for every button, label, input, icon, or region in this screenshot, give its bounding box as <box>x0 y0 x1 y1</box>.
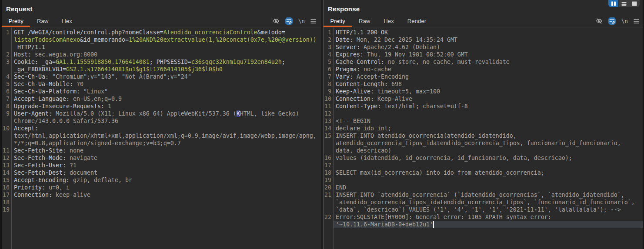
editor-menu-icon[interactable] <box>634 19 639 24</box>
code-text: Cookie: _ga=GA1.1.1555918850.1766414081;… <box>12 58 321 66</box>
line-number <box>2 36 12 43</box>
code-text: Pragma: no-cache <box>334 66 644 73</box>
response-editor-row: 3Server: Apache/2.4.62 (Debian) <box>324 43 644 51</box>
line-number: 9 <box>2 110 12 117</box>
request-editor-row: 8Upgrade-Insecure-Requests: 1 <box>2 103 321 110</box>
code-text: `atendido_ocorrencia_tipos_idatendido_oc… <box>334 199 644 206</box>
response-tab-raw[interactable]: Raw <box>352 15 377 27</box>
code-text: '~10.11.6-MariaDB-0+deb12u1' <box>334 221 644 228</box>
code-text: Expires: Thu, 19 Nov 1981 08:52:00 GMT <box>334 51 644 58</box>
response-editor[interactable]: 1HTTP/1.1 200 OK2Date: Mon, 22 Dec 2025 … <box>324 27 644 249</box>
line-number: 15 <box>2 176 12 184</box>
code-text: Upgrade-Insecure-Requests: 1 <box>12 103 321 110</box>
request-tab-hex[interactable]: Hex <box>55 15 79 27</box>
request-editor-row: 12Sec-Fetch-Mode: navigate <box>2 154 321 162</box>
line-number: 7 <box>2 95 12 103</box>
wrap-lines-icon[interactable] <box>608 17 616 25</box>
response-panel-title: Response <box>328 5 360 13</box>
request-tabbar: PrettyRawHex \n <box>2 15 321 27</box>
code-text: INSERT INTO `atendido_ocorrencia` (`idat… <box>334 191 644 199</box>
line-number <box>2 139 12 147</box>
response-editor-row: 19 <box>324 176 644 184</box>
response-tab-render[interactable]: Render <box>400 15 433 27</box>
response-editor-row: 2Date: Mon, 22 Dec 2025 14:35:24 GMT <box>324 36 644 43</box>
line-number <box>324 199 334 206</box>
response-editor-row: '~10.11.6-MariaDB-0+deb12u1' <box>324 221 644 228</box>
response-editor-row: `atendido_ocorrencia_tipos_idatendido_oc… <box>324 199 644 206</box>
line-number <box>2 43 12 51</box>
response-editor-row: 8Content-Length: 698 <box>324 80 644 88</box>
response-tab-hex[interactable]: Hex <box>377 15 400 27</box>
line-number: 13 <box>324 117 334 125</box>
code-text <box>334 176 644 184</box>
request-editor-row: listarTodosComAnexo&id_memorando=1%20AND… <box>2 36 321 43</box>
response-editor-row: 13<!-- BEGIN <box>324 117 644 125</box>
response-editor-row: 5Cache-Control: no-store, no-cache, must… <box>324 58 644 66</box>
request-editor-row: 5Sec-Ch-Ua-Mobile: ?0 <box>2 80 321 88</box>
line-number: 19 <box>324 176 334 184</box>
code-text: Content-Type: text/html; charset=utf-8 <box>334 103 644 110</box>
line-number: 10 <box>324 95 334 103</box>
line-number: 18 <box>324 169 334 176</box>
response-editor-row: 12 <box>324 110 644 117</box>
newline-icon[interactable]: \n <box>621 18 628 24</box>
line-number: 15 <box>324 132 334 139</box>
code-text <box>12 199 321 206</box>
request-editor-row: 18 <box>2 199 321 206</box>
request-tab-pretty[interactable]: Pretty <box>2 15 30 27</box>
request-editor-row: 13Sec-Fetch-User: ?1 <box>2 162 321 169</box>
newline-icon[interactable]: \n <box>298 18 305 24</box>
request-editor-row: text/html,application/xhtml+xml,applicat… <box>2 132 321 139</box>
line-number: 11 <box>324 103 334 110</box>
layout-top-bottom-button[interactable] <box>618 0 629 7</box>
code-text: listarTodosComAnexo&id_memorando=1%20AND… <box>12 36 321 43</box>
wrap-lines-icon[interactable] <box>285 17 293 25</box>
layout-combined-button[interactable] <box>629 0 639 7</box>
line-number: 12 <box>324 110 334 117</box>
layout-side-by-side-button[interactable] <box>608 0 618 7</box>
line-number: 12 <box>2 154 12 162</box>
columns-icon <box>611 1 616 6</box>
line-number: 9 <box>324 88 334 95</box>
request-tab-raw[interactable]: Raw <box>30 15 55 27</box>
code-text <box>12 206 321 213</box>
line-number <box>324 206 334 213</box>
line-number: 4 <box>2 73 12 80</box>
response-tab-pretty[interactable]: Pretty <box>324 15 352 27</box>
editor-menu-icon[interactable] <box>310 19 316 24</box>
code-text <box>334 162 644 169</box>
text-selection: K <box>237 110 240 117</box>
code-text: Host: sec.wegia.org:8000 <box>12 51 321 58</box>
code-text: Server: Apache/2.4.62 (Debian) <box>334 43 644 51</box>
show-nonprintable-eye-icon[interactable] <box>596 18 603 24</box>
line-number: 4 <box>324 51 334 58</box>
code-text: Accept-Language: en-US,en;q=0.9 <box>12 95 321 103</box>
line-number: 8 <box>324 80 334 88</box>
response-editor-row: 10Connection: Keep-Alive <box>324 95 644 103</box>
response-panel: Response PrettyRawHexRender \n 1HTTP/1.1… <box>324 0 644 249</box>
response-editor-row: 1HTTP/1.1 200 OK <box>324 29 644 36</box>
single-icon <box>632 1 637 6</box>
line-number: 17 <box>2 191 12 199</box>
line-number: 17 <box>324 162 334 169</box>
response-editor-row: 22Error:SQLSTATE[HY000]: General error: … <box>324 213 644 221</box>
request-editor-row: 11Sec-Fetch-Site: none <box>2 147 321 154</box>
line-number: 14 <box>324 125 334 132</box>
line-number: 2 <box>324 36 334 43</box>
request-editor-row: 10Accept: <box>2 125 321 132</box>
request-editor[interactable]: 1GET /WeGIA/controle/control.php?nomeCla… <box>2 27 321 249</box>
code-text: _ga_F8DXBXLV8J=GS2.1.s1766414081$o1$g1$t… <box>12 66 321 73</box>
line-number: 22 <box>324 213 334 221</box>
show-nonprintable-eye-icon[interactable] <box>273 18 280 24</box>
line-number: 19 <box>2 206 12 213</box>
code-text: values (idatendido, id_ocorrencia, id_fu… <box>334 154 644 162</box>
response-editor-row: 6Pragma: no-cache <box>324 66 644 73</box>
request-editor-row: 7Accept-Language: en-US,en;q=0.9 <box>2 95 321 103</box>
request-editor-row: 17Connection: keep-alive <box>2 191 321 199</box>
code-text: Sec-Fetch-Dest: document <box>12 169 321 176</box>
request-editor-row: 3Cookie: _ga=GA1.1.1555918850.1766414081… <box>2 58 321 66</box>
response-editor-row: 11Content-Type: text/html; charset=utf-8 <box>324 103 644 110</box>
request-editor-row: 6Sec-Ch-Ua-Platform: "Linux" <box>2 88 321 95</box>
code-text: Sec-Ch-Ua-Platform: "Linux" <box>12 88 321 95</box>
request-editor-row: 4Sec-Ch-Ua: "Chromium";v="143", "Not A(B… <box>2 73 321 80</box>
